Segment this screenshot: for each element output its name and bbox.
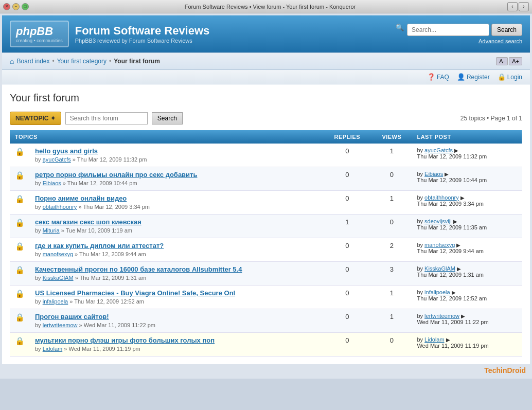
logo-phpbb: phpBB — [16, 25, 53, 38]
topic-lastpost: by lertwriteemow ▶ Wed Mar 11, 2009 11:2… — [412, 309, 522, 333]
nav-next-button[interactable]: › — [519, 2, 529, 11]
maximize-button[interactable]: □ — [22, 3, 29, 10]
breadcrumb-board-index[interactable]: Board index — [16, 58, 49, 65]
topic-meta: by manofsexyg » Thu Mar 12, 2009 9:44 am — [35, 251, 146, 257]
minimize-button[interactable]: − — [12, 3, 20, 10]
topic-replies: 1 — [323, 215, 371, 238]
topic-views: 0 — [371, 167, 412, 191]
topic-title-link[interactable]: ретро порно фильмы онлайн про секс добав… — [35, 171, 317, 179]
table-row: 🔒 где и как купить диплом или аттестат? … — [10, 238, 522, 262]
site-title: Forum Software Reviews — [75, 24, 210, 38]
lastpost-go-icon: ▶ — [457, 266, 461, 272]
login-label: Login — [507, 74, 522, 81]
topic-title-link[interactable]: hello gyus and girls — [35, 147, 317, 155]
topic-author-link[interactable]: Mituria — [43, 227, 60, 234]
login-link[interactable]: 🔒 Login — [498, 73, 522, 81]
breadcrumb-sep-2: • — [109, 58, 111, 65]
topic-icon-cell: 🔒 — [10, 191, 30, 215]
topic-meta: by lertwriteemow » Wed Mar 11, 2009 11:2… — [35, 322, 155, 328]
topic-meta: by Mituria » Tue Mar 10, 2009 1:19 am — [35, 227, 132, 234]
register-link[interactable]: 👤 Register — [457, 73, 490, 81]
topic-author-link[interactable]: obtaithhoonry — [43, 204, 77, 210]
forum-title: Your first forum — [10, 92, 522, 104]
site-header: phpBB creating • communities Forum Softw… — [2, 15, 530, 52]
lastpost-go-icon: ▶ — [446, 337, 450, 343]
close-button[interactable]: ✕ — [3, 3, 10, 10]
table-row: 🔒 секс магазин секс шоп киевская by Mitu… — [10, 215, 522, 238]
search-button[interactable]: Search — [491, 24, 522, 36]
forum-search-input[interactable] — [65, 112, 148, 124]
window-title: Forum Software Reviews • View forum - Yo… — [33, 4, 507, 10]
faq-link[interactable]: ❓ FAQ — [427, 73, 449, 81]
lastpost-author-link[interactable]: infalipoela — [424, 289, 450, 295]
topic-author-link[interactable]: infalipoela — [43, 298, 68, 305]
window-titlebar: ✕ − □ Forum Software Reviews • View foru… — [0, 0, 532, 13]
topic-lastpost: by sdeovijsviji ▶ Thu Mar 12, 2009 11:35… — [412, 215, 522, 238]
search-input[interactable] — [407, 24, 489, 36]
topic-title-link[interactable]: US Licensed Pharmacies - Buy Viagra Onli… — [35, 289, 317, 297]
topic-meta: by Eibiaos » Thu Mar 12, 2009 10:44 pm — [35, 180, 137, 186]
lastpost-author-link[interactable]: ayucGatcfs — [424, 147, 453, 153]
nav-prev-button[interactable]: ‹ — [507, 2, 518, 11]
table-header-row: TOPICS REPLIES VIEWS LAST POST — [10, 130, 522, 144]
topic-author-link[interactable]: manofsexyg — [43, 251, 73, 257]
breadcrumb-sep-1: • — [52, 58, 55, 65]
topic-author-link[interactable]: ayucGatcfs — [43, 156, 71, 163]
topic-status-icon: 🔒 — [15, 194, 25, 203]
topic-title-link[interactable]: где и как купить диплом или аттестат? — [35, 242, 317, 249]
topic-views: 1 — [371, 191, 412, 215]
lastpost-author-link[interactable]: Eibiaos — [424, 171, 443, 177]
topic-info-cell: hello gyus and girls by ayucGatcfs » Thu… — [30, 144, 323, 167]
topic-icon-cell: 🔒 — [10, 144, 30, 167]
font-increase-btn[interactable]: A+ — [509, 57, 522, 65]
lastpost-author-link[interactable]: manofsexyg — [424, 242, 455, 248]
site-title-area: Forum Software Reviews PhpBB3 reviewed b… — [75, 24, 210, 44]
font-decrease-btn[interactable]: A- — [496, 57, 508, 65]
register-icon: 👤 — [457, 73, 465, 81]
topic-views: 3 — [371, 262, 412, 286]
window-controls[interactable]: ✕ − □ — [3, 3, 29, 10]
newtopic-button[interactable]: NEWTOPIC ✦ — [10, 112, 61, 125]
table-row: 🔒 Качественный прогон по 16000 базе ката… — [10, 262, 522, 286]
topic-author-link[interactable]: KisskaGlAM — [43, 275, 74, 281]
topic-icon-cell: 🔒 — [10, 238, 30, 262]
topic-views: 1 — [371, 144, 412, 167]
lastpost-author-link[interactable]: KisskaGlAM — [424, 265, 455, 272]
advanced-search-link[interactable]: Advanced search — [478, 38, 522, 44]
lastpost-author-link[interactable]: obtaithhoonry — [424, 194, 459, 201]
login-icon: 🔒 — [498, 73, 506, 81]
font-controls[interactable]: A- A+ — [496, 57, 522, 65]
topic-replies: 0 — [323, 191, 371, 215]
watermark: TechinDroid — [2, 364, 530, 377]
forum-search-button[interactable]: Search — [152, 112, 183, 124]
topic-title-link[interactable]: мультики порно флэш игры фото больших го… — [35, 336, 317, 344]
lastpost-author-link[interactable]: Lidolam — [424, 336, 445, 343]
topic-lastpost: by ayucGatcfs ▶ Thu Mar 12, 2009 11:32 p… — [412, 144, 522, 167]
topic-icon-cell: 🔒 — [10, 215, 30, 238]
topic-author-link[interactable]: lertwriteemow — [43, 322, 78, 328]
topic-replies: 0 — [323, 262, 371, 286]
breadcrumb-first-category[interactable]: Your first category — [57, 58, 107, 65]
col-replies: REPLIES — [323, 130, 371, 144]
topic-author-link[interactable]: Eibiaos — [43, 180, 61, 186]
faq-label: FAQ — [437, 74, 449, 81]
window-nav-buttons[interactable]: ‹ › — [507, 2, 529, 11]
lastpost-author-link[interactable]: lertwriteemow — [424, 313, 459, 319]
topic-status-icon: 🔒 — [15, 336, 25, 345]
topic-info-cell: Прогон ваших сайтов! by lertwriteemow » … — [30, 309, 323, 333]
col-topics: TOPICS — [10, 130, 323, 144]
topic-author-link[interactable]: Lidolam — [43, 346, 63, 352]
topic-title-link[interactable]: Прогон ваших сайтов! — [35, 313, 317, 320]
topic-title-link[interactable]: Порно аниме онлайн видео — [35, 194, 317, 202]
site-subtitle: PhpBB3 reviewed by Forum Software Review… — [75, 38, 210, 44]
topics-table: TOPICS REPLIES VIEWS LAST POST 🔒 hello g… — [10, 130, 522, 356]
table-row: 🔒 US Licensed Pharmacies - Buy Viagra On… — [10, 286, 522, 309]
topic-status-icon: 🔒 — [15, 265, 25, 274]
topic-title-link[interactable]: Качественный прогон по 16000 базе катало… — [35, 265, 317, 273]
topic-info-cell: мультики порно флэш игры фото больших го… — [30, 333, 323, 356]
topic-info-cell: Качественный прогон по 16000 базе катало… — [30, 262, 323, 286]
logo-sub: creating • communities — [16, 38, 63, 43]
topic-status-icon: 🔒 — [15, 289, 25, 298]
lastpost-author-link[interactable]: sdeovijsviji — [424, 218, 452, 224]
topic-title-link[interactable]: секс магазин секс шоп киевская — [35, 218, 317, 226]
